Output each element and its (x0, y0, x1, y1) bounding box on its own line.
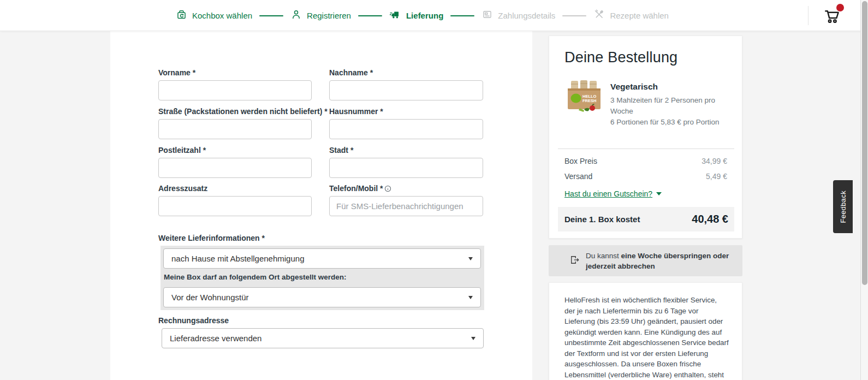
lieferinfo-dropdown-value: nach Hause mit Abstellgenehmigung (171, 254, 305, 263)
nachname-input[interactable] (329, 80, 483, 100)
rechnungsadresse-dropdown-value: Lieferadresse verwenden (170, 334, 261, 343)
step-label: Zahlungsdetails (498, 11, 555, 20)
adresszusatz-label: Adresszusatz (158, 184, 207, 193)
total-row: Deine 1. Box kostet 40,48 € (558, 207, 734, 231)
delivery-options-panel: nach Hause mit Abstellgenehmigung Meine … (160, 246, 484, 310)
step-label: Lieferung (406, 11, 443, 20)
vorname-input[interactable] (158, 80, 312, 100)
truck-icon (389, 9, 401, 23)
telefon-label: Telefon/Mobil * (329, 184, 391, 194)
postleitzahl-label: Postleitzahl * (158, 146, 206, 155)
chevron-down-icon (471, 337, 475, 340)
product-info: Vegetarisch 3 Mahlzeiten für 2 Personen … (610, 82, 725, 128)
scrollbar-track[interactable] (860, 0, 868, 380)
cart-button[interactable] (821, 5, 843, 27)
vorname-label: Vorname * (158, 68, 195, 77)
step-connector (562, 15, 586, 16)
legal-text: HelloFresh ist ein wöchentlich flexibler… (564, 295, 729, 380)
feedback-tab-label: Feedback (839, 191, 847, 223)
box-icon (176, 9, 187, 22)
order-summary-title: Deine Bestellung (564, 49, 677, 66)
chevron-down-icon (468, 257, 473, 260)
delivery-form-panel: Vorname * Nachname * Straße (Packstation… (110, 31, 532, 380)
info-icon[interactable] (384, 185, 391, 194)
step-kochbox-waehlen[interactable]: Kochbox wählen (176, 9, 252, 22)
cart-icon (821, 19, 842, 28)
product-desc-line2: 6 Portionen für 5,83 € pro Portion (610, 117, 725, 128)
step-rezepte-waehlen[interactable]: Rezepte wählen (593, 9, 669, 22)
abstellort-dropdown-value: Vor der Wohnungstür (171, 293, 248, 302)
scrollbar-thumb[interactable] (862, 1, 867, 285)
postleitzahl-input[interactable] (158, 158, 312, 178)
utensils-icon (593, 9, 605, 22)
step-label: Rezepte wählen (610, 11, 669, 20)
legal-card: HelloFresh ist ein wöchentlich flexibler… (549, 282, 742, 380)
chevron-down-icon (468, 296, 473, 299)
step-zahlungsdetails[interactable]: Zahlungsdetails (481, 9, 555, 22)
step-lieferung[interactable]: Lieferung (389, 9, 443, 23)
adresszusatz-input[interactable] (158, 196, 312, 216)
rechnungsadresse-label: Rechnungsadresse (158, 316, 229, 325)
payment-icon (481, 9, 493, 22)
lieferinfo-dropdown[interactable]: nach Hause mit Abstellgenehmigung (163, 248, 481, 269)
total-label: Deine 1. Box kostet (564, 215, 640, 224)
product-desc-line1: 3 Mahlzeiten für 2 Personen pro Woche (610, 95, 725, 117)
exit-door-icon (569, 254, 580, 268)
skip-notice-text: Du kannst eine Woche überspringen oder j… (586, 251, 732, 271)
stadt-input[interactable] (329, 158, 483, 178)
chevron-down-icon (656, 192, 662, 195)
product-name: Vegetarisch (610, 82, 725, 92)
stadt-label: Stadt * (329, 146, 353, 155)
hausnummer-input[interactable] (329, 119, 483, 139)
nachname-label: Nachname * (329, 68, 373, 77)
step-connector (358, 15, 382, 16)
svg-text:FRESH: FRESH (582, 98, 596, 103)
feedback-tab[interactable]: Feedback (833, 180, 853, 233)
step-label: Registrieren (307, 11, 351, 20)
strasse-label: Straße (Packstationen werden nicht belie… (158, 107, 328, 116)
gutschein-link[interactable]: Hast du einen Gutschein? (564, 189, 662, 198)
versand-value: 5,49 € (706, 172, 727, 181)
step-connector (259, 15, 283, 16)
order-divider (558, 149, 734, 149)
cart-badge (836, 4, 844, 11)
product-box-image: HELLO FRESH (567, 80, 602, 112)
box-preis-label: Box Preis (564, 157, 597, 165)
step-registrieren[interactable]: Registrieren (290, 9, 351, 22)
versand-label: Versand (564, 172, 592, 181)
box-preis-value: 34,99 € (701, 157, 727, 165)
person-icon (290, 9, 302, 22)
telefon-input[interactable] (329, 196, 483, 216)
step-label: Kochbox wählen (192, 11, 252, 20)
header-divider (808, 6, 808, 25)
order-summary-card: Deine Bestellung HELLO FRESH Vegetarisch… (549, 35, 742, 239)
abstellort-label: Meine Box darf an folgendem Ort abgestel… (164, 273, 347, 281)
skip-notice-box: Du kannst eine Woche überspringen oder j… (549, 245, 742, 276)
step-connector (450, 15, 474, 16)
rechnungsadresse-dropdown[interactable]: Lieferadresse verwenden (162, 328, 484, 348)
lieferinfo-label: Weitere Lieferinformationen * (158, 234, 265, 242)
checkout-header: Kochbox wählen Registrieren (0, 0, 868, 31)
total-value: 40,48 € (692, 213, 728, 225)
abstellort-dropdown[interactable]: Vor der Wohnungstür (163, 287, 481, 307)
strasse-input[interactable] (158, 119, 312, 139)
hausnummer-label: Hausnummer * (329, 107, 383, 116)
checkout-stepper: Kochbox wählen Registrieren (176, 0, 669, 31)
